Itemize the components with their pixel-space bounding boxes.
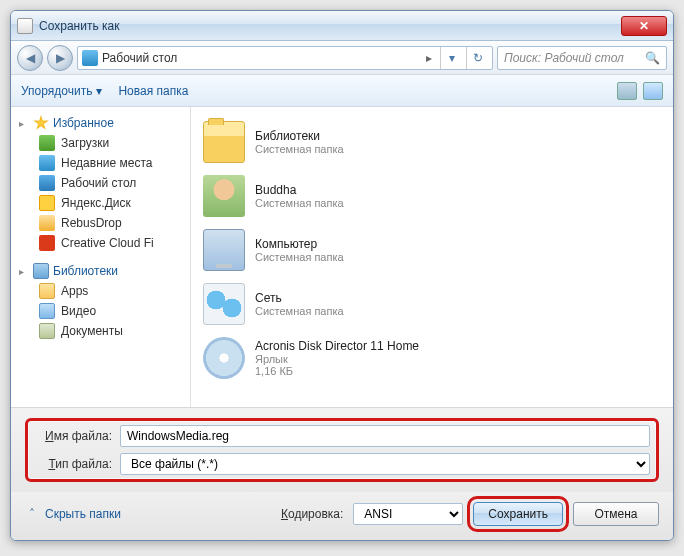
sidebar-item[interactable]: Apps bbox=[11, 281, 190, 301]
filetype-label: Тип файла: bbox=[34, 457, 112, 471]
search-placeholder: Поиск: Рабочий стол bbox=[504, 51, 624, 65]
folder-icon bbox=[39, 155, 55, 171]
view-options-button[interactable] bbox=[617, 82, 637, 100]
help-button[interactable] bbox=[643, 82, 663, 100]
file-meta: Ярлык bbox=[255, 353, 419, 365]
file-name: Acronis Disk Director 11 Home bbox=[255, 339, 419, 353]
titlebar: Сохранить как ✕ bbox=[11, 11, 673, 41]
sidebar-item[interactable]: Недавние места bbox=[11, 153, 190, 173]
libraries-label: Библиотеки bbox=[53, 264, 118, 278]
location-text: Рабочий стол bbox=[102, 51, 418, 65]
filetype-select[interactable]: Все файлы (*.*) bbox=[120, 453, 650, 475]
sidebar-libraries-header[interactable]: ▸ Библиотеки bbox=[11, 261, 190, 281]
file-item[interactable]: БиблиотекиСистемная папка bbox=[199, 115, 665, 169]
library-icon bbox=[39, 303, 55, 319]
file-size: 1,16 КБ bbox=[255, 365, 419, 377]
file-icon bbox=[203, 175, 245, 217]
close-button[interactable]: ✕ bbox=[621, 16, 667, 36]
file-meta: Системная папка bbox=[255, 197, 344, 209]
sidebar-item-label: Яндекс.Диск bbox=[61, 196, 131, 210]
star-icon bbox=[33, 115, 49, 131]
folder-icon bbox=[39, 135, 55, 151]
sidebar-favorites-header[interactable]: ▸ Избранное bbox=[11, 113, 190, 133]
file-icon bbox=[203, 337, 245, 379]
collapse-icon[interactable]: ▸ bbox=[19, 266, 29, 277]
nav-bar: ◀ ▶ Рабочий стол ▸ ▾ ↻ Поиск: Рабочий ст… bbox=[11, 41, 673, 75]
filename-form: Имя файла: Тип файла: Все файлы (*.*) bbox=[11, 407, 673, 492]
app-icon bbox=[17, 18, 33, 34]
toolbar: Упорядочить ▾ Новая папка bbox=[11, 75, 673, 107]
organize-menu[interactable]: Упорядочить ▾ bbox=[21, 84, 102, 98]
sidebar-item-label: RebusDrop bbox=[61, 216, 122, 230]
new-folder-label: Новая папка bbox=[118, 84, 188, 98]
filename-input[interactable] bbox=[120, 425, 650, 447]
search-icon: 🔍 bbox=[645, 51, 660, 65]
folder-icon bbox=[39, 235, 55, 251]
breadcrumb-arrow[interactable]: ▸ bbox=[422, 51, 436, 65]
sidebar-item[interactable]: Видео bbox=[11, 301, 190, 321]
file-item[interactable]: СетьСистемная папка bbox=[199, 277, 665, 331]
folder-icon bbox=[39, 215, 55, 231]
file-item[interactable]: Acronis Disk Director 11 HomeЯрлык1,16 К… bbox=[199, 331, 665, 385]
library-icon bbox=[39, 323, 55, 339]
save-as-dialog: Сохранить как ✕ ◀ ▶ Рабочий стол ▸ ▾ ↻ П… bbox=[10, 10, 674, 541]
file-meta: Системная папка bbox=[255, 305, 344, 317]
dropdown-toggle[interactable]: ▾ bbox=[440, 47, 462, 69]
sidebar-item-label: Creative Cloud Fi bbox=[61, 236, 154, 250]
file-icon bbox=[203, 121, 245, 163]
sidebar-item[interactable]: Яндекс.Диск bbox=[11, 193, 190, 213]
organize-label: Упорядочить bbox=[21, 84, 92, 98]
sidebar: ▸ Избранное ЗагрузкиНедавние местаРабочи… bbox=[11, 107, 191, 407]
sidebar-item-label: Загрузки bbox=[61, 136, 109, 150]
file-icon bbox=[203, 229, 245, 271]
sidebar-item-label: Видео bbox=[61, 304, 96, 318]
forward-button[interactable]: ▶ bbox=[47, 45, 73, 71]
cancel-button[interactable]: Отмена bbox=[573, 502, 659, 526]
folder-icon bbox=[39, 175, 55, 191]
chevron-down-icon: ▾ bbox=[96, 84, 102, 98]
sidebar-item[interactable]: Creative Cloud Fi bbox=[11, 233, 190, 253]
save-button[interactable]: Сохранить bbox=[473, 502, 563, 526]
favorites-label: Избранное bbox=[53, 116, 114, 130]
new-folder-button[interactable]: Новая папка bbox=[118, 84, 188, 98]
file-icon bbox=[203, 283, 245, 325]
sidebar-item-label: Apps bbox=[61, 284, 88, 298]
libraries-icon bbox=[33, 263, 49, 279]
hide-folders-label: Скрыть папки bbox=[45, 507, 121, 521]
address-bar[interactable]: Рабочий стол ▸ ▾ ↻ bbox=[77, 46, 493, 70]
sidebar-item[interactable]: RebusDrop bbox=[11, 213, 190, 233]
sidebar-item-label: Рабочий стол bbox=[61, 176, 136, 190]
file-name: Компьютер bbox=[255, 237, 344, 251]
file-name: Сеть bbox=[255, 291, 344, 305]
back-button[interactable]: ◀ bbox=[17, 45, 43, 71]
sidebar-item-label: Документы bbox=[61, 324, 123, 338]
sidebar-item-label: Недавние места bbox=[61, 156, 152, 170]
sidebar-item[interactable]: Загрузки bbox=[11, 133, 190, 153]
sidebar-item[interactable]: Документы bbox=[11, 321, 190, 341]
location-icon bbox=[82, 50, 98, 66]
chevron-up-icon: ˄ bbox=[25, 507, 39, 521]
hide-folders-toggle[interactable]: ˄ Скрыть папки bbox=[25, 507, 121, 521]
library-icon bbox=[39, 283, 55, 299]
file-meta: Системная папка bbox=[255, 251, 344, 263]
filename-label: Имя файла: bbox=[34, 429, 112, 443]
window-title: Сохранить как bbox=[39, 19, 621, 33]
encoding-select[interactable]: ANSI bbox=[353, 503, 463, 525]
search-input[interactable]: Поиск: Рабочий стол 🔍 bbox=[497, 46, 667, 70]
file-item[interactable]: BuddhaСистемная папка bbox=[199, 169, 665, 223]
collapse-icon[interactable]: ▸ bbox=[19, 118, 29, 129]
file-item[interactable]: КомпьютерСистемная папка bbox=[199, 223, 665, 277]
body: ▸ Избранное ЗагрузкиНедавние местаРабочи… bbox=[11, 107, 673, 407]
footer: ˄ Скрыть папки Кодировка: ANSI Сохранить… bbox=[11, 492, 673, 540]
file-list[interactable]: БиблиотекиСистемная папкаBuddhaСистемная… bbox=[191, 107, 673, 407]
file-name: Библиотеки bbox=[255, 129, 344, 143]
sidebar-item[interactable]: Рабочий стол bbox=[11, 173, 190, 193]
refresh-button[interactable]: ↻ bbox=[466, 47, 488, 69]
file-meta: Системная папка bbox=[255, 143, 344, 155]
encoding-label: Кодировка: bbox=[281, 507, 343, 521]
highlight-filename-type: Имя файла: Тип файла: Все файлы (*.*) bbox=[25, 418, 659, 482]
folder-icon bbox=[39, 195, 55, 211]
file-name: Buddha bbox=[255, 183, 344, 197]
